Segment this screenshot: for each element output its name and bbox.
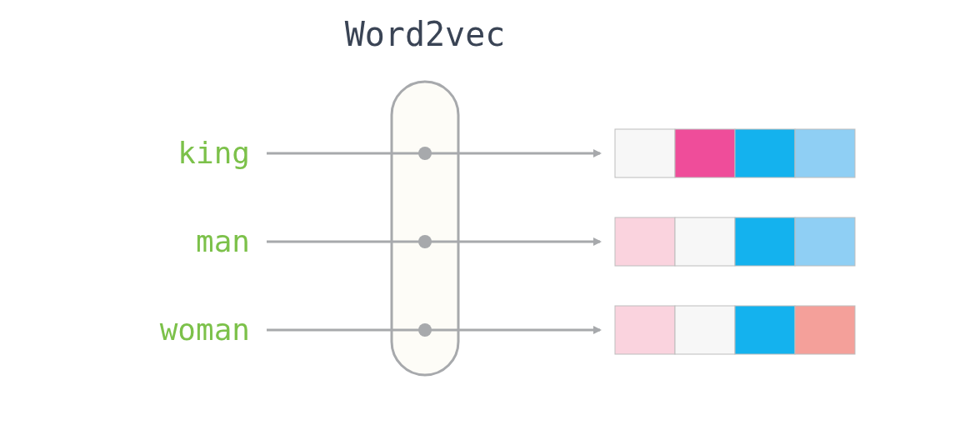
- embedding-vector: [615, 129, 855, 178]
- vector-cell: [675, 218, 735, 266]
- diagram-title: Word2vec: [345, 15, 506, 53]
- embedding-vector: [615, 218, 855, 266]
- vector-cell: [615, 218, 675, 266]
- vector-cell: [615, 306, 675, 354]
- node-dot: [418, 323, 432, 337]
- vector-cell: [735, 218, 795, 266]
- vector-cell: [675, 306, 735, 354]
- node-dot: [418, 147, 432, 160]
- node-dot: [418, 235, 432, 248]
- input-word: woman: [160, 312, 250, 347]
- embedding-vector: [615, 306, 855, 354]
- vector-cell: [795, 218, 855, 266]
- vector-cell: [735, 129, 795, 178]
- input-word: king: [178, 136, 250, 170]
- vector-cell: [735, 306, 795, 354]
- vector-cell: [795, 129, 855, 178]
- vector-cell: [795, 306, 855, 354]
- vector-cell: [615, 129, 675, 178]
- word2vec-diagram: Word2veckingmanwoman: [0, 0, 980, 435]
- input-word: man: [196, 224, 250, 258]
- vector-cell: [675, 129, 735, 178]
